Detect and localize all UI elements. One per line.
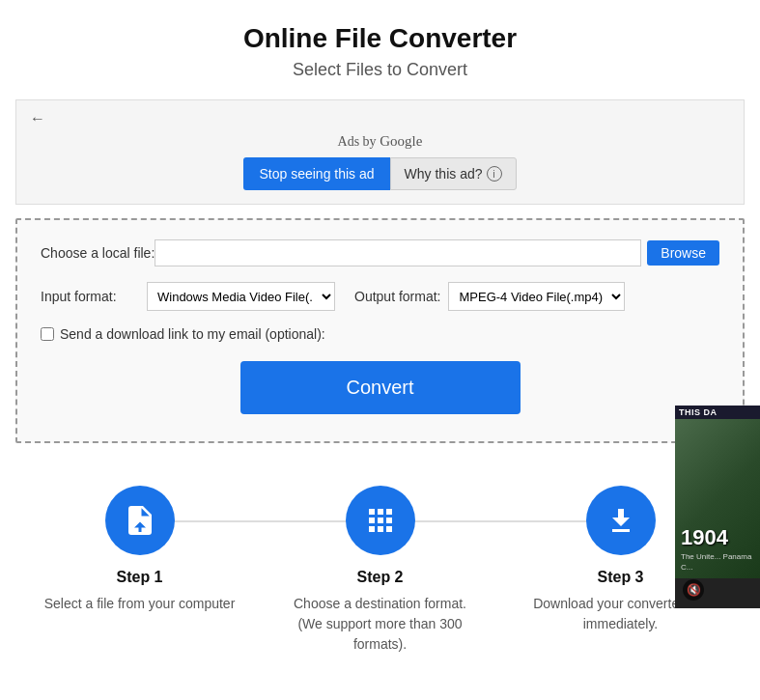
page-title: Online File Converter bbox=[0, 23, 760, 54]
info-circle-icon: i bbox=[487, 166, 502, 182]
step-3-title: Step 3 bbox=[597, 569, 643, 586]
back-arrow-icon[interactable]: ← bbox=[30, 110, 45, 127]
output-format-label: Output format: bbox=[354, 289, 440, 304]
step-1-icon bbox=[105, 486, 175, 555]
mute-icon: 🔇 bbox=[687, 583, 701, 597]
step-2-desc: Choose a destination format. (We support… bbox=[284, 594, 477, 655]
steps-section: Step 1 Select a file from your computer … bbox=[0, 457, 760, 674]
video-widget-bar: THIS DA bbox=[675, 406, 760, 419]
page-wrapper: Online File Converter Select Files to Co… bbox=[0, 0, 760, 674]
video-widget: THIS DA 1904 The Unite... Panama C... 🔇 bbox=[675, 406, 760, 608]
output-format-select[interactable]: MPEG-4 Video File(.mp4) AVI Video File(.… bbox=[448, 282, 625, 311]
page-subtitle: Select Files to Convert bbox=[0, 60, 760, 80]
step-2-title: Step 2 bbox=[356, 569, 403, 586]
video-caption: The Unite... Panama C... bbox=[681, 552, 754, 573]
email-label: Send a download link to my email (option… bbox=[60, 326, 325, 342]
grid-icon bbox=[363, 503, 398, 538]
file-label: Choose a local file: bbox=[41, 245, 155, 261]
file-upload-icon bbox=[123, 503, 157, 538]
step-2: Step 2 Choose a destination format. (We … bbox=[284, 486, 477, 655]
email-row: Send a download link to my email (option… bbox=[41, 326, 719, 342]
input-format-select[interactable]: Windows Media Video File(. MP4 Video Fil… bbox=[147, 282, 335, 311]
google-label: Google bbox=[380, 133, 422, 149]
ad-buttons-row: Stop seeing this ad Why this ad? i bbox=[30, 157, 730, 190]
step-1: Step 1 Select a file from your computer bbox=[43, 486, 237, 655]
step-2-icon bbox=[346, 486, 415, 555]
why-this-ad-button[interactable]: Why this ad? i bbox=[390, 157, 517, 190]
step-1-title: Step 1 bbox=[116, 569, 162, 586]
video-widget-image: 1904 The Unite... Panama C... bbox=[675, 419, 760, 578]
converter-box: Choose a local file: Browse Input format… bbox=[15, 218, 745, 443]
file-row: Choose a local file: Browse bbox=[41, 239, 719, 266]
email-checkbox[interactable] bbox=[41, 327, 54, 341]
step-3-icon bbox=[586, 486, 656, 555]
page-header: Online File Converter Select Files to Co… bbox=[0, 0, 760, 90]
ad-banner: ← Ads by Google Stop seeing this ad Why … bbox=[15, 99, 745, 205]
step-1-desc: Select a file from your computer bbox=[44, 594, 236, 614]
ads-by-google-label: Ads by Google bbox=[30, 133, 730, 150]
video-year: 1904 bbox=[681, 527, 728, 548]
convert-button[interactable]: Convert bbox=[240, 361, 521, 414]
input-format-label: Input format: bbox=[41, 289, 147, 304]
stop-seeing-button[interactable]: Stop seeing this ad bbox=[243, 157, 389, 190]
download-icon bbox=[604, 503, 638, 538]
file-input[interactable] bbox=[155, 239, 641, 266]
video-mute-button[interactable]: 🔇 bbox=[683, 579, 704, 601]
browse-button[interactable]: Browse bbox=[647, 240, 719, 266]
format-row: Input format: Windows Media Video File(.… bbox=[41, 282, 719, 311]
